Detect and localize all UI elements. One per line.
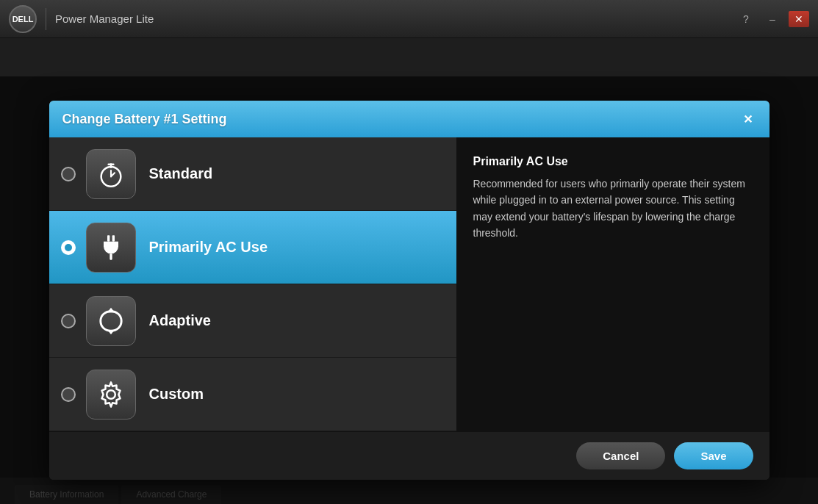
logo-text: DELL (12, 15, 34, 24)
custom-label: Custom (149, 386, 204, 403)
standard-label: Standard (149, 165, 213, 182)
options-panel: Standard (49, 137, 457, 431)
title-separator (46, 8, 46, 30)
option-ac-use[interactable]: Primarily AC Use (49, 211, 456, 284)
ac-use-icon-container (86, 223, 136, 273)
option-custom[interactable]: Custom (49, 358, 456, 431)
save-button[interactable]: Save (674, 442, 753, 469)
svg-rect-8 (110, 253, 112, 259)
ac-use-label: Primarily AC Use (149, 239, 268, 256)
plug-icon (96, 233, 126, 262)
adaptive-icon-container (86, 296, 136, 346)
dialog-header: Change Battery #1 Setting ✕ (49, 101, 769, 137)
adaptive-label: Adaptive (149, 312, 211, 329)
app-title: Power Manager Lite (55, 12, 736, 25)
window-controls: ? – ✕ (736, 11, 809, 27)
svg-marker-9 (107, 307, 115, 312)
dialog-overlay: Change Battery #1 Setting ✕ (0, 76, 818, 504)
option-standard[interactable]: Standard (49, 137, 456, 211)
option-adaptive[interactable]: Adaptive (49, 284, 456, 358)
description-text: Recommended for users who primarily oper… (473, 176, 753, 242)
custom-icon-container (86, 370, 136, 420)
refresh-icon (96, 306, 126, 336)
svg-marker-10 (107, 329, 115, 334)
title-bar: DELL Power Manager Lite ? – ✕ (0, 0, 818, 38)
standard-icon-container (86, 149, 136, 199)
radio-dot-ac-use (65, 244, 72, 251)
description-panel: Primarily AC Use Recommended for users w… (457, 137, 769, 431)
radio-custom (61, 387, 76, 402)
radio-ac-use (61, 240, 76, 255)
description-title: Primarily AC Use (473, 155, 753, 168)
cancel-button[interactable]: Cancel (576, 442, 665, 469)
radio-standard (61, 167, 76, 181)
change-battery-dialog: Change Battery #1 Setting ✕ (49, 101, 769, 480)
radio-adaptive (61, 314, 76, 328)
svg-point-11 (107, 390, 115, 399)
dialog-body: Standard (49, 137, 769, 431)
dell-logo: DELL (9, 5, 37, 33)
svg-rect-7 (112, 235, 114, 241)
minimize-button[interactable]: – (762, 11, 783, 27)
window-close-button[interactable]: ✕ (789, 11, 809, 27)
help-button[interactable]: ? (736, 11, 756, 27)
dialog-title: Change Battery #1 Setting (62, 112, 227, 127)
svg-rect-6 (107, 235, 110, 241)
timer-icon (96, 159, 126, 189)
dialog-close-button[interactable]: ✕ (740, 111, 756, 127)
background-area: Battery Information Advanced Charge Chan… (0, 38, 818, 504)
gear-icon (96, 380, 126, 409)
dialog-footer: Cancel Save (49, 431, 769, 480)
